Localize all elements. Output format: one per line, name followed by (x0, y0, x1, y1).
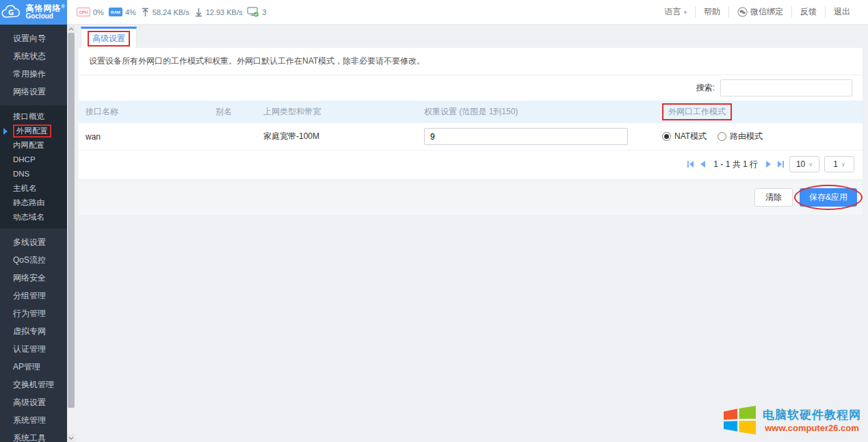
wechat-icon (737, 7, 748, 17)
save-button-wrap: 保存&应用 (800, 188, 857, 207)
prev-page-icon[interactable] (699, 160, 706, 168)
weight-input[interactable] (424, 128, 628, 145)
sidebar-item-dns[interactable]: DNS (0, 167, 67, 181)
feedback-label: 反馈 (800, 6, 817, 18)
sidebar-item-dhcp[interactable]: DHCP (0, 153, 67, 167)
first-page-icon[interactable] (687, 160, 694, 168)
sidebar-item-static-route[interactable]: 静态路由 (0, 196, 67, 210)
col-header-wan-mode: 外网口工作模式 (655, 101, 863, 123)
devices-stat: 3 (247, 7, 266, 17)
sidebar-network-submenu: 接口概览 外网配置 内网配置 DHCP DNS 主机名 静态路由 动态域名 (0, 105, 67, 229)
sidebar-item-wan-config[interactable]: 外网配置 (0, 124, 67, 138)
logo-title: 高恪网络 (25, 3, 61, 13)
sidebar-item-auth-mgmt[interactable]: 认证管理 (0, 340, 67, 358)
sidebar-scrollbar[interactable] (67, 25, 75, 442)
help-link[interactable]: 帮助 (695, 6, 728, 18)
radio-selected-icon[interactable] (662, 132, 671, 141)
sidebar-item-setup-wizard[interactable]: 设置向导 (0, 29, 67, 47)
wechat-bind-label: 微信绑定 (750, 6, 783, 18)
page-size-select[interactable]: 10 ∨ (789, 156, 819, 172)
pagination-info: 1 - 1 共 1 行 (713, 159, 758, 170)
annotation-box-tab: 高级设置 (88, 31, 130, 47)
sidebar-item-behavior-mgmt[interactable]: 行为管理 (0, 304, 67, 322)
main-content: 高级设置 设置设备所有外网口的工作模式和权重。外网口默认工作在NAT模式，除非必… (75, 25, 868, 442)
sidebar-item-system-mgmt[interactable]: 系统管理 (0, 411, 67, 429)
cell-alias (209, 132, 257, 142)
sidebar-item-group-mgmt[interactable]: 分组管理 (0, 287, 67, 304)
sidebar-item-system-tools[interactable]: 系统工具 (0, 429, 67, 442)
tab-strip: 高级设置 (75, 25, 868, 48)
clear-button[interactable]: 清除 (754, 188, 793, 207)
radio-route-label: 路由模式 (730, 131, 763, 142)
upload-value: 58.24 KB/s (153, 8, 189, 16)
col-header-type-bandwidth: 上网类型和带宽 (257, 102, 417, 122)
sidebar-item-qos[interactable]: QoS流控 (0, 251, 67, 269)
cpu-value: 0% (93, 8, 104, 16)
feedback-link[interactable]: 反馈 (791, 6, 825, 18)
upload-stat: 58.24 KB/s (141, 8, 189, 17)
radio-unselected-icon[interactable] (718, 132, 726, 141)
col-header-weight: 权重设置 (范围是 1到150) (417, 102, 655, 122)
page-number-select[interactable]: 1 ∨ (824, 156, 854, 172)
cpu-icon: CPU (77, 8, 90, 16)
windows-flag-icon (722, 405, 757, 437)
scrollbar-thumb[interactable] (68, 33, 75, 408)
header-menu: 语言 ▾ 帮助 微信绑定 反馈 退出 (656, 6, 868, 18)
chevron-down-icon: ∨ (808, 161, 813, 168)
search-input[interactable] (720, 79, 852, 96)
cpu-stat: CPU 0% (77, 8, 104, 16)
sidebar-item-hostname[interactable]: 主机名 (0, 181, 67, 196)
col-header-alias: 别名 (209, 102, 257, 122)
system-stats: CPU 0% RAM 4% 58.24 KB/s 12.93 KB/s (77, 7, 267, 17)
scroll-down-icon[interactable] (67, 434, 75, 442)
radio-route-mode[interactable]: 路由模式 (718, 131, 763, 142)
cell-wan-mode: NAT模式 路由模式 (655, 126, 863, 147)
download-arrow-icon (194, 8, 203, 17)
sidebar-bottom-group: 多线设置 QoS流控 网络安全 分组管理 行为管理 虚拟专网 认证管理 AP管理… (0, 229, 67, 442)
sidebar-item-multiline[interactable]: 多线设置 (0, 233, 67, 251)
mode-radio-group: NAT模式 路由模式 (662, 131, 856, 142)
sidebar-item-system-status[interactable]: 系统状态 (0, 47, 67, 65)
scroll-up-icon[interactable] (67, 25, 75, 33)
panel-description: 设置设备所有外网口的工作模式和权重。外网口默认工作在NAT模式，除非必要请不要修… (79, 48, 863, 75)
radio-nat-mode[interactable]: NAT模式 (662, 131, 707, 142)
tab-advanced-settings[interactable]: 高级设置 (81, 27, 137, 48)
devices-icon (247, 7, 259, 17)
svg-text:G: G (8, 8, 14, 16)
active-item-arrow-icon (3, 128, 8, 135)
next-page-icon[interactable] (765, 160, 772, 168)
col-header-interface-name: 接口名称 (79, 102, 209, 122)
gocloud-logo[interactable]: G 高恪网络® Gocloud (0, 0, 67, 25)
sidebar-item-switch-mgmt[interactable]: 交换机管理 (0, 376, 67, 393)
sidebar-item-vpn[interactable]: 虚拟专网 (0, 322, 67, 340)
last-page-icon[interactable] (777, 160, 785, 168)
devices-count: 3 (262, 8, 266, 16)
page-size-value: 10 (796, 159, 805, 169)
logout-label: 退出 (834, 6, 850, 18)
sidebar-item-lan-config[interactable]: 内网配置 (0, 138, 67, 153)
sidebar-item-ap-mgmt[interactable]: AP管理 (0, 358, 67, 376)
annotation-box-wan-config: 外网配置 (13, 125, 51, 138)
sidebar-item-common-ops[interactable]: 常用操作 (0, 65, 67, 83)
logout-link[interactable]: 退出 (825, 6, 858, 18)
table-header-row: 接口名称 别名 上网类型和带宽 权重设置 (范围是 1到150) 外网口工作模式 (79, 101, 863, 123)
sidebar-item-network-settings[interactable]: 网络设置 (0, 83, 67, 101)
site-watermark: 电脑软硬件教程网 www.computer26.com (722, 405, 861, 437)
download-stat: 12.93 KB/s (194, 8, 243, 17)
ram-icon: RAM (109, 8, 122, 16)
watermark-url: www.computer26.com (763, 423, 861, 434)
registered-mark: ® (61, 4, 65, 9)
wechat-bind-link[interactable]: 微信绑定 (728, 6, 791, 18)
search-label: 搜索: (696, 82, 715, 94)
sidebar-item-ddns[interactable]: 动态域名 (0, 210, 67, 224)
logo-subtitle: Gocloud (25, 13, 65, 21)
cell-interface-name: wan (79, 127, 209, 146)
save-apply-button[interactable]: 保存&应用 (800, 188, 857, 207)
table-row: wan 家庭宽带-100M NAT模式 路由模式 (79, 123, 863, 151)
sidebar-item-network-security[interactable]: 网络安全 (0, 269, 67, 287)
sidebar-item-interface-overview[interactable]: 接口概览 (0, 109, 67, 124)
settings-panel: 设置设备所有外网口的工作模式和权重。外网口默认工作在NAT模式，除非必要请不要修… (79, 48, 863, 179)
watermark-text: 电脑软硬件教程网 www.computer26.com (763, 408, 861, 434)
sidebar-item-advanced-settings[interactable]: 高级设置 (0, 393, 67, 411)
language-menu[interactable]: 语言 ▾ (656, 6, 695, 18)
